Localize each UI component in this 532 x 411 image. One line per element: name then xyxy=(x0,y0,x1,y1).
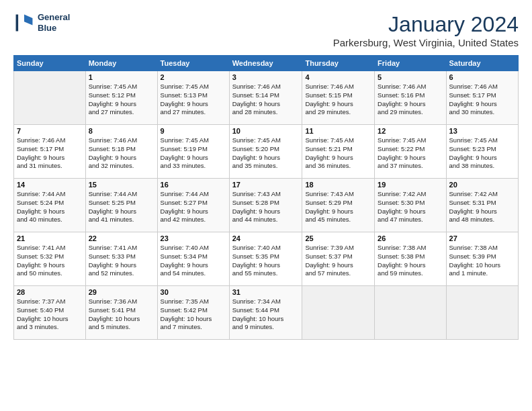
day-info: Sunrise: 7:43 AM Sunset: 5:29 PM Dayligh… xyxy=(305,190,371,224)
day-info: Sunrise: 7:46 AM Sunset: 5:14 PM Dayligh… xyxy=(232,83,300,117)
day-info: Sunrise: 7:45 AM Sunset: 5:21 PM Dayligh… xyxy=(305,136,371,171)
calendar-cell: 23Sunrise: 7:40 AM Sunset: 5:34 PM Dayli… xyxy=(157,232,229,286)
day-number: 5 xyxy=(378,73,443,81)
day-number: 16 xyxy=(161,181,226,189)
day-number: 11 xyxy=(305,127,371,135)
day-info: Sunrise: 7:44 AM Sunset: 5:24 PM Dayligh… xyxy=(17,190,83,224)
logo-text: General Blue xyxy=(38,12,70,33)
day-number: 31 xyxy=(232,288,300,296)
calendar-cell: 5Sunrise: 7:46 AM Sunset: 5:16 PM Daylig… xyxy=(375,71,446,125)
day-number: 29 xyxy=(89,288,154,296)
logo-line1: General xyxy=(38,12,70,23)
calendar-cell: 22Sunrise: 7:41 AM Sunset: 5:33 PM Dayli… xyxy=(85,232,157,286)
day-info: Sunrise: 7:46 AM Sunset: 5:17 PM Dayligh… xyxy=(449,83,515,117)
day-number: 1 xyxy=(89,73,154,81)
day-number: 13 xyxy=(449,127,515,135)
calendar-cell: 18Sunrise: 7:43 AM Sunset: 5:29 PM Dayli… xyxy=(302,179,375,232)
calendar-week-row: 7Sunrise: 7:46 AM Sunset: 5:17 PM Daylig… xyxy=(14,125,519,179)
calendar-cell: 25Sunrise: 7:39 AM Sunset: 5:37 PM Dayli… xyxy=(302,232,375,286)
day-info: Sunrise: 7:41 AM Sunset: 5:32 PM Dayligh… xyxy=(17,244,83,278)
weekday-header-thursday: Thursday xyxy=(302,56,375,71)
calendar-week-row: 21Sunrise: 7:41 AM Sunset: 5:32 PM Dayli… xyxy=(14,232,519,286)
month-title: January 2024 xyxy=(333,12,519,37)
day-number: 18 xyxy=(305,181,371,189)
calendar-cell: 29Sunrise: 7:36 AM Sunset: 5:41 PM Dayli… xyxy=(85,286,157,340)
calendar-cell: 9Sunrise: 7:45 AM Sunset: 5:19 PM Daylig… xyxy=(157,125,229,179)
day-number: 3 xyxy=(232,73,300,81)
weekday-header-friday: Friday xyxy=(375,56,446,71)
day-info: Sunrise: 7:45 AM Sunset: 5:19 PM Dayligh… xyxy=(161,136,226,171)
logo-icon xyxy=(13,12,35,34)
calendar-cell: 3Sunrise: 7:46 AM Sunset: 5:14 PM Daylig… xyxy=(229,71,302,125)
calendar-cell: 16Sunrise: 7:44 AM Sunset: 5:27 PM Dayli… xyxy=(157,179,229,232)
calendar-cell: 21Sunrise: 7:41 AM Sunset: 5:32 PM Dayli… xyxy=(14,232,86,286)
day-number: 15 xyxy=(89,181,154,189)
calendar-cell: 14Sunrise: 7:44 AM Sunset: 5:24 PM Dayli… xyxy=(14,179,86,232)
day-number: 10 xyxy=(232,127,300,135)
day-info: Sunrise: 7:42 AM Sunset: 5:31 PM Dayligh… xyxy=(449,190,515,224)
day-info: Sunrise: 7:44 AM Sunset: 5:27 PM Dayligh… xyxy=(161,190,226,224)
day-info: Sunrise: 7:41 AM Sunset: 5:33 PM Dayligh… xyxy=(89,244,154,278)
day-info: Sunrise: 7:37 AM Sunset: 5:40 PM Dayligh… xyxy=(17,298,83,332)
day-number: 30 xyxy=(161,288,226,296)
weekday-header-monday: Monday xyxy=(85,56,157,71)
calendar-cell: 28Sunrise: 7:37 AM Sunset: 5:40 PM Dayli… xyxy=(14,286,86,340)
calendar-cell: 15Sunrise: 7:44 AM Sunset: 5:25 PM Dayli… xyxy=(85,179,157,232)
svg-rect-2 xyxy=(16,15,19,32)
day-number: 4 xyxy=(305,73,371,81)
day-number: 19 xyxy=(378,181,443,189)
day-number: 2 xyxy=(161,73,226,81)
calendar-header-row: SundayMondayTuesdayWednesdayThursdayFrid… xyxy=(14,56,519,71)
weekday-header-sunday: Sunday xyxy=(14,56,86,71)
day-number: 7 xyxy=(17,127,83,135)
calendar-cell: 26Sunrise: 7:38 AM Sunset: 5:38 PM Dayli… xyxy=(375,232,446,286)
calendar-cell: 19Sunrise: 7:42 AM Sunset: 5:30 PM Dayli… xyxy=(375,179,446,232)
calendar-week-row: 28Sunrise: 7:37 AM Sunset: 5:40 PM Dayli… xyxy=(14,286,519,340)
calendar-cell: 12Sunrise: 7:45 AM Sunset: 5:22 PM Dayli… xyxy=(375,125,446,179)
day-number: 25 xyxy=(305,234,371,242)
title-area: January 2024 Parkersburg, West Virginia,… xyxy=(333,12,519,48)
day-number: 22 xyxy=(89,234,154,242)
calendar-cell: 2Sunrise: 7:45 AM Sunset: 5:13 PM Daylig… xyxy=(157,71,229,125)
day-number: 20 xyxy=(449,181,515,189)
calendar-cell: 20Sunrise: 7:42 AM Sunset: 5:31 PM Dayli… xyxy=(446,179,518,232)
calendar-cell xyxy=(446,286,518,340)
day-info: Sunrise: 7:45 AM Sunset: 5:22 PM Dayligh… xyxy=(378,136,443,171)
day-number: 6 xyxy=(449,73,515,81)
day-info: Sunrise: 7:44 AM Sunset: 5:25 PM Dayligh… xyxy=(89,190,154,224)
day-number: 23 xyxy=(161,234,226,242)
day-number: 17 xyxy=(232,181,300,189)
calendar-cell: 7Sunrise: 7:46 AM Sunset: 5:17 PM Daylig… xyxy=(14,125,86,179)
day-number: 26 xyxy=(378,234,443,242)
day-info: Sunrise: 7:46 AM Sunset: 5:15 PM Dayligh… xyxy=(305,83,371,117)
page: General Blue January 2024 Parkersburg, W… xyxy=(0,0,532,411)
header-area: General Blue January 2024 Parkersburg, W… xyxy=(13,12,519,48)
day-info: Sunrise: 7:46 AM Sunset: 5:17 PM Dayligh… xyxy=(17,136,83,171)
calendar-cell: 31Sunrise: 7:34 AM Sunset: 5:44 PM Dayli… xyxy=(229,286,302,340)
day-info: Sunrise: 7:38 AM Sunset: 5:38 PM Dayligh… xyxy=(378,244,443,278)
day-info: Sunrise: 7:42 AM Sunset: 5:30 PM Dayligh… xyxy=(378,190,443,224)
location-subtitle: Parkersburg, West Virginia, United State… xyxy=(333,37,519,48)
day-info: Sunrise: 7:43 AM Sunset: 5:28 PM Dayligh… xyxy=(232,190,300,224)
day-number: 27 xyxy=(449,234,515,242)
day-number: 24 xyxy=(232,234,300,242)
calendar-cell: 4Sunrise: 7:46 AM Sunset: 5:15 PM Daylig… xyxy=(302,71,375,125)
day-info: Sunrise: 7:39 AM Sunset: 5:37 PM Dayligh… xyxy=(305,244,371,278)
day-number: 28 xyxy=(17,288,83,296)
day-info: Sunrise: 7:40 AM Sunset: 5:35 PM Dayligh… xyxy=(232,244,300,278)
weekday-header-wednesday: Wednesday xyxy=(229,56,302,71)
calendar-cell xyxy=(375,286,446,340)
day-info: Sunrise: 7:45 AM Sunset: 5:12 PM Dayligh… xyxy=(89,83,154,117)
calendar-week-row: 14Sunrise: 7:44 AM Sunset: 5:24 PM Dayli… xyxy=(14,179,519,232)
day-info: Sunrise: 7:40 AM Sunset: 5:34 PM Dayligh… xyxy=(161,244,226,278)
day-info: Sunrise: 7:38 AM Sunset: 5:39 PM Dayligh… xyxy=(449,244,515,278)
calendar-cell: 13Sunrise: 7:45 AM Sunset: 5:23 PM Dayli… xyxy=(446,125,518,179)
day-number: 14 xyxy=(17,181,83,189)
day-info: Sunrise: 7:34 AM Sunset: 5:44 PM Dayligh… xyxy=(232,298,300,332)
day-info: Sunrise: 7:35 AM Sunset: 5:42 PM Dayligh… xyxy=(161,298,226,332)
calendar-cell: 24Sunrise: 7:40 AM Sunset: 5:35 PM Dayli… xyxy=(229,232,302,286)
calendar-cell: 27Sunrise: 7:38 AM Sunset: 5:39 PM Dayli… xyxy=(446,232,518,286)
logo: General Blue xyxy=(13,12,70,34)
logo-line2: Blue xyxy=(38,23,70,34)
calendar-week-row: 1Sunrise: 7:45 AM Sunset: 5:12 PM Daylig… xyxy=(14,71,519,125)
